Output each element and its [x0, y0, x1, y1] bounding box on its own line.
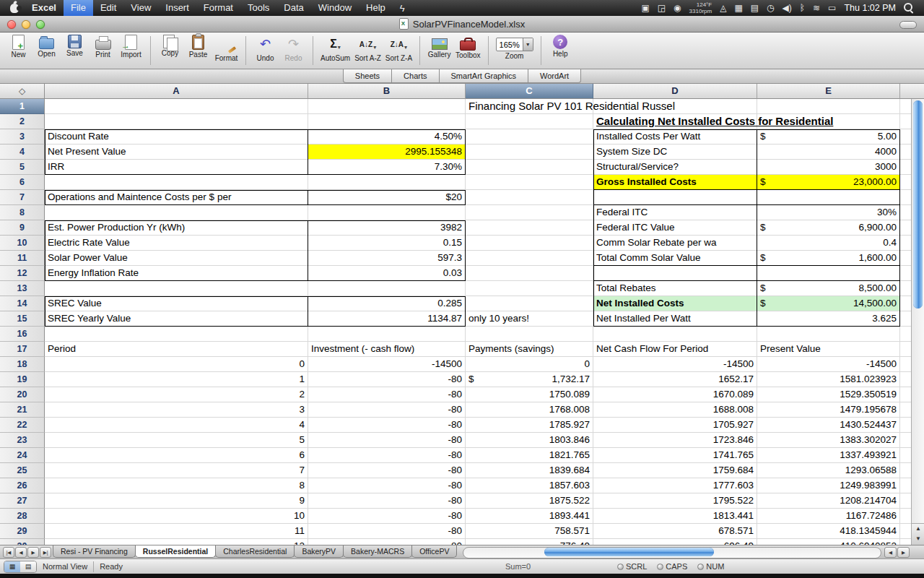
select-all-corner[interactable]: ◇ [0, 84, 45, 99]
sheet-tab-bakerypv[interactable]: BakeryPV [294, 545, 344, 558]
import-button[interactable]: Import [117, 35, 145, 59]
cell-B8[interactable] [308, 205, 466, 220]
scroll-down-arrow[interactable]: ▼ [915, 534, 921, 544]
copy-button[interactable]: Copy [156, 35, 184, 57]
cell-C12[interactable] [466, 266, 593, 281]
cell-D7[interactable] [593, 190, 757, 205]
cell-E1[interactable] [757, 99, 900, 114]
cell-C3[interactable] [466, 129, 593, 144]
menu-data[interactable]: Data [276, 0, 310, 16]
cell-D25[interactable]: 1759.684 [593, 463, 757, 478]
cell-F1[interactable] [900, 99, 911, 114]
cell-D11[interactable]: Total Comm Solar Value [593, 251, 757, 266]
notification-icon[interactable]: ◬ [720, 0, 726, 16]
cell-B13[interactable] [308, 281, 466, 296]
cell-A13[interactable] [45, 281, 308, 296]
column-header-A[interactable]: A [45, 84, 308, 99]
cell-A20[interactable]: 2 [45, 387, 308, 402]
wifi-icon[interactable]: ≋ [813, 0, 820, 16]
cell-A7[interactable]: Operations and Maintence Costs per $ per [45, 190, 308, 205]
zoom-window-button[interactable] [36, 20, 45, 29]
cell-D28[interactable]: 1813.441 [593, 509, 757, 524]
cell-F9[interactable] [900, 220, 911, 236]
cell-A28[interactable]: 10 [45, 509, 308, 524]
cell-B3[interactable]: 4.50% [308, 129, 466, 144]
applescript-menu-icon[interactable]: ϟ [393, 3, 412, 14]
row-header-16[interactable]: 16 [0, 327, 45, 342]
cell-F7[interactable] [900, 190, 911, 205]
menu-tools[interactable]: Tools [240, 0, 276, 16]
cell-C17[interactable]: Payments (savings) [466, 342, 593, 357]
row-header-19[interactable]: 19 [0, 372, 45, 387]
menu-file[interactable]: File [64, 0, 93, 16]
cell-F26[interactable] [900, 478, 911, 493]
cell-E5[interactable]: 3000 [757, 160, 900, 175]
cell-B9[interactable]: 3982 [308, 220, 466, 236]
cell-B18[interactable]: -14500 [308, 357, 466, 372]
new-button[interactable]: New [4, 35, 32, 59]
row-header-3[interactable]: 3 [0, 129, 45, 144]
cell-A8[interactable] [45, 205, 308, 220]
sheet-nav-next[interactable]: ▶ [27, 547, 39, 558]
cell-E6[interactable]: $23,000.00 [757, 175, 900, 190]
apple-menu[interactable] [4, 4, 25, 13]
vertical-scrollbar[interactable]: ▲ ▼ [911, 99, 924, 545]
cell-C16[interactable] [466, 327, 593, 342]
cell-B19[interactable]: -80 [308, 372, 466, 387]
row-header-20[interactable]: 20 [0, 387, 45, 402]
column-header-B[interactable]: B [308, 84, 466, 99]
zoom-button[interactable]: 165%▼Zoom [494, 35, 536, 60]
row-header-22[interactable]: 22 [0, 418, 45, 433]
cell-B17[interactable]: Investment (- cash flow) [308, 342, 466, 357]
sheet-tab-russelresidential[interactable]: RusselResidential [135, 545, 216, 558]
cell-A2[interactable] [45, 114, 308, 129]
cell-D17[interactable]: Net Cash Flow For Period [593, 342, 757, 357]
cell-A21[interactable]: 3 [45, 402, 308, 418]
cell-E18[interactable]: -14500 [757, 357, 900, 372]
row-header-27[interactable]: 27 [0, 493, 45, 509]
gallery-tab-charts[interactable]: Charts [392, 69, 439, 83]
cell-E9[interactable]: $6,900.00 [757, 220, 900, 236]
cell-C6[interactable] [466, 175, 593, 190]
cell-A25[interactable]: 7 [45, 463, 308, 478]
row-header-1[interactable]: 1 [0, 99, 45, 114]
row-header-8[interactable]: 8 [0, 205, 45, 220]
row-header-25[interactable]: 25 [0, 463, 45, 478]
cell-E30[interactable]: 410.6940852 [757, 539, 900, 545]
row-header-9[interactable]: 9 [0, 220, 45, 236]
cell-C18[interactable]: 0 [466, 357, 593, 372]
cell-E23[interactable]: 1383.302027 [757, 433, 900, 448]
row-header-28[interactable]: 28 [0, 509, 45, 524]
toolbar-toggle-lozenge[interactable] [899, 21, 917, 29]
row-header-15[interactable]: 15 [0, 311, 45, 327]
scroll-up-arrow[interactable]: ▲ [915, 524, 921, 534]
cell-D24[interactable]: 1741.765 [593, 448, 757, 463]
close-window-button[interactable] [7, 20, 16, 29]
row-header-24[interactable]: 24 [0, 448, 45, 463]
cell-D5[interactable]: Structural/Service? [593, 160, 757, 175]
screen-share-icon[interactable]: ◲ [658, 0, 666, 16]
print-button[interactable]: Print [89, 35, 117, 59]
cell-E3[interactable]: $5.00 [757, 129, 900, 144]
sheet-tab-charlesresidential[interactable]: CharlesResidential [215, 545, 295, 558]
cell-A19[interactable]: 1 [45, 372, 308, 387]
cell-E10[interactable]: 0.4 [757, 236, 900, 251]
cell-B15[interactable]: 1134.87 [308, 311, 466, 327]
column-header-D[interactable]: D [593, 84, 757, 99]
cell-D27[interactable]: 1795.522 [593, 493, 757, 509]
cell-F16[interactable] [900, 327, 911, 342]
display-icon[interactable]: ▤ [751, 0, 759, 16]
cell-C22[interactable]: 1785.927 [466, 418, 593, 433]
sheet-tab-bakery-macrs[interactable]: Bakery-MACRS [343, 545, 412, 558]
horizontal-scrollbar[interactable] [463, 547, 881, 558]
camera-icon[interactable]: ◉ [674, 0, 681, 16]
cell-A3[interactable]: Discount Rate [45, 129, 308, 144]
cell-F17[interactable] [900, 342, 911, 357]
cell-F21[interactable] [900, 402, 911, 418]
cell-F19[interactable] [900, 372, 911, 387]
cell-B29[interactable]: -80 [308, 524, 466, 539]
cell-C26[interactable]: 1857.603 [466, 478, 593, 493]
cell-A5[interactable]: IRR [45, 160, 308, 175]
sortaz-button[interactable]: A↓Z▾Sort A-Z [352, 35, 383, 62]
time-machine-icon[interactable]: ◷ [767, 0, 774, 16]
